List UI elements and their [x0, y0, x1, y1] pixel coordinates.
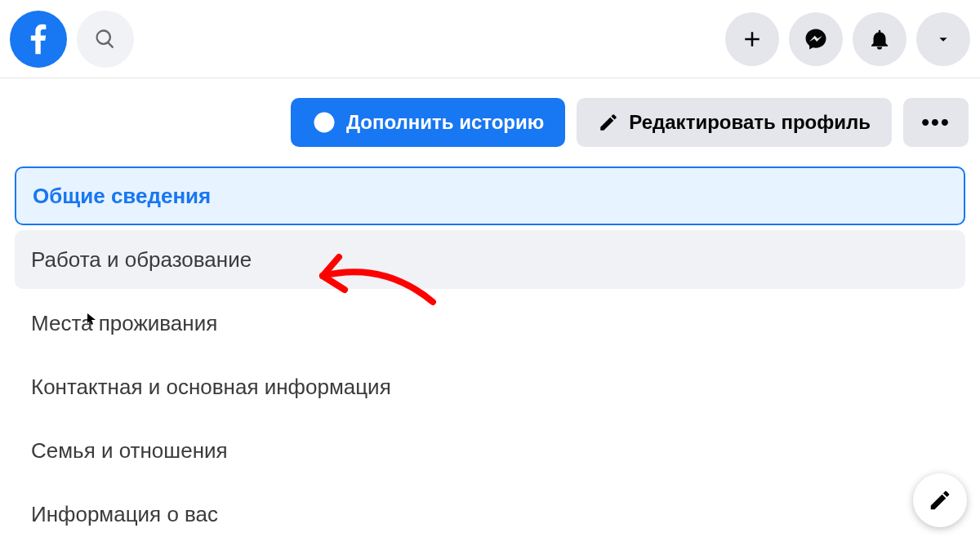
edit-profile-label: Редактировать профиль	[629, 111, 871, 134]
account-menu-button[interactable]	[916, 12, 970, 66]
more-dots: •••	[921, 109, 950, 135]
profile-action-bar: Дополнить историю Редактировать профиль …	[0, 78, 980, 166]
caret-down-icon	[934, 30, 952, 48]
nav-details-about-you[interactable]: Информация о вас	[15, 485, 965, 537]
plus-circle-icon	[312, 110, 336, 135]
nav-item-label: Информация о вас	[31, 502, 218, 527]
add-to-story-button[interactable]: Дополнить историю	[291, 98, 565, 147]
pencil-icon	[598, 112, 619, 133]
nav-item-label: Работа и образование	[31, 247, 252, 273]
nav-overview[interactable]: Общие сведения	[15, 166, 965, 225]
notifications-button[interactable]	[853, 12, 906, 66]
messenger-icon	[804, 27, 828, 51]
messenger-button[interactable]	[789, 12, 843, 66]
more-actions-button[interactable]: •••	[903, 98, 969, 147]
facebook-f-icon	[20, 21, 56, 57]
topbar-right-group	[725, 12, 970, 66]
edit-fab-button[interactable]	[913, 473, 967, 527]
nav-work-education[interactable]: Работа и образование	[15, 230, 965, 289]
nav-places-lived[interactable]: Места проживания	[15, 294, 965, 353]
nav-item-label: Семья и отношения	[31, 438, 228, 464]
topbar-left-group	[10, 11, 134, 68]
edit-profile-button[interactable]: Редактировать профиль	[577, 98, 892, 147]
about-section-nav: Общие сведения Работа и образование Мест…	[0, 166, 980, 537]
facebook-logo[interactable]	[10, 11, 67, 68]
nav-contact-basic-info[interactable]: Контактная и основная информация	[15, 357, 965, 416]
add-to-story-label: Дополнить историю	[346, 111, 544, 134]
edit-square-icon	[928, 488, 952, 513]
nav-item-label: Контактная и основная информация	[31, 375, 391, 400]
create-button[interactable]	[725, 12, 779, 66]
search-button[interactable]	[77, 11, 134, 68]
nav-family-relationships[interactable]: Семья и отношения	[15, 421, 965, 480]
top-navigation-bar	[0, 0, 980, 78]
search-icon	[94, 28, 117, 51]
bell-icon	[867, 27, 892, 51]
nav-item-label: Общие сведения	[33, 184, 211, 209]
nav-item-label: Места проживания	[31, 311, 217, 336]
plus-icon	[740, 27, 764, 51]
